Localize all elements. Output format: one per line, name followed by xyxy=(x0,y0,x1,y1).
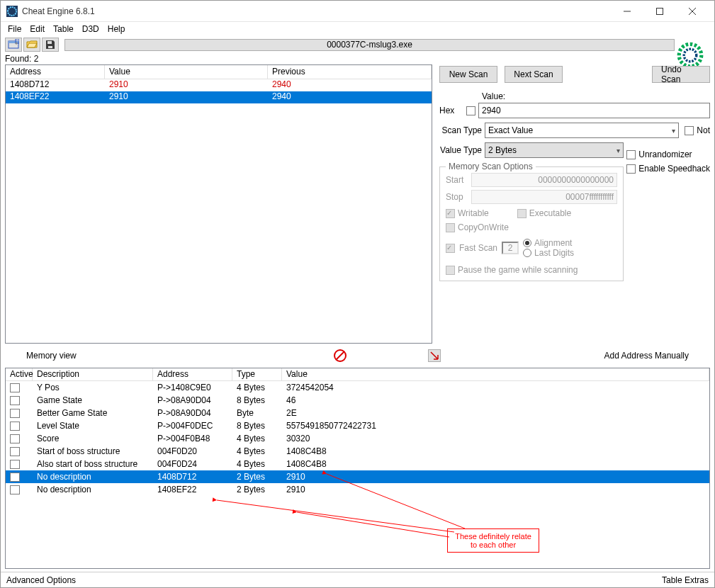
cheat-table[interactable]: Active Description Address Type Value Y … xyxy=(5,368,710,569)
open-process-button[interactable] xyxy=(5,38,22,52)
unrandomizer-checkbox[interactable] xyxy=(626,150,636,159)
svg-point-10 xyxy=(679,44,702,67)
fastscan-checkbox xyxy=(446,244,455,253)
value-label: Value: xyxy=(482,91,710,101)
header-previous[interactable]: Previous xyxy=(268,65,432,79)
value-type-value: 2 Bytes xyxy=(488,145,517,155)
advanced-options[interactable]: Advanced Options xyxy=(6,575,76,585)
alignment-radio xyxy=(523,239,531,247)
undo-scan-button[interactable]: Undo Scan xyxy=(652,66,710,83)
active-checkbox[interactable] xyxy=(10,460,20,469)
fastscan-value xyxy=(502,242,519,254)
menu-file[interactable]: File xyxy=(8,24,21,34)
stop-input: 00007fffffffffff xyxy=(471,190,617,204)
table-extras[interactable]: Table Extras xyxy=(662,575,709,585)
cow-label: CopyOnWrite xyxy=(458,222,509,232)
pause-checkbox xyxy=(446,266,455,275)
memopt-legend: Memory Scan Options xyxy=(446,162,536,171)
table-row[interactable]: Y PosP->1408C9E04 Bytes3724542054 xyxy=(6,381,709,394)
table-row[interactable]: Better Game StateP->08A90D04Byte2E xyxy=(6,407,709,419)
writable-label: Writable xyxy=(458,208,489,218)
scan-value-input[interactable] xyxy=(478,103,710,118)
menu-bar: File Edit Table D3D Help xyxy=(1,22,714,36)
executable-checkbox xyxy=(517,209,527,218)
menu-edit[interactable]: Edit xyxy=(30,24,45,34)
active-checkbox[interactable] xyxy=(10,447,20,456)
header-desc[interactable]: Description xyxy=(33,368,153,380)
header-active[interactable]: Active xyxy=(6,368,33,380)
writable-checkbox xyxy=(446,209,455,218)
found-count: Found: 2 xyxy=(1,53,714,64)
close-button[interactable] xyxy=(676,1,709,22)
cheat-table-header: Active Description Address Type Value xyxy=(6,368,709,381)
result-row[interactable]: 1408D71229102940 xyxy=(6,79,432,91)
table-row[interactable]: Game StateP->08A90D048 Bytes46 xyxy=(6,394,709,407)
not-checkbox[interactable] xyxy=(685,126,694,135)
header-value[interactable]: Value xyxy=(105,65,268,79)
results-header: Address Value Previous xyxy=(6,65,432,79)
open-file-button[interactable] xyxy=(23,38,40,52)
minimize-button[interactable] xyxy=(611,1,643,22)
cow-checkbox xyxy=(446,223,455,232)
hex-checkbox[interactable] xyxy=(466,106,475,115)
header-type[interactable]: Type xyxy=(232,368,282,380)
menu-help[interactable]: Help xyxy=(108,24,125,34)
alignment-label: Alignment xyxy=(534,238,572,248)
svg-rect-2 xyxy=(657,8,663,14)
table-row[interactable]: No description1408EF222 Bytes2910 xyxy=(6,483,709,496)
speedhack-checkbox[interactable] xyxy=(626,164,636,174)
menu-table[interactable]: Table xyxy=(53,24,74,34)
results-table[interactable]: Address Value Previous 1408D712291029401… xyxy=(5,64,432,344)
toolbar: 0000377C-mslug3.exe xyxy=(1,36,714,53)
value-type-select[interactable]: 2 Bytes ▾ xyxy=(485,142,624,158)
process-name[interactable]: 0000377C-mslug3.exe xyxy=(64,39,675,51)
window-titlebar: Cheat Engine 6.8.1 xyxy=(1,1,714,22)
table-row[interactable]: Start of boss structure004F0D204 Bytes14… xyxy=(6,445,709,458)
svg-point-11 xyxy=(684,49,697,62)
active-checkbox[interactable] xyxy=(10,396,20,405)
save-button[interactable] xyxy=(42,38,59,52)
header-addr[interactable]: Address xyxy=(153,368,232,380)
active-checkbox[interactable] xyxy=(10,422,20,431)
active-checkbox[interactable] xyxy=(10,473,20,482)
value-type-label: Value Type xyxy=(439,145,482,155)
active-checkbox[interactable] xyxy=(10,485,20,494)
active-checkbox[interactable] xyxy=(10,409,20,418)
scan-type-label: Scan Type xyxy=(439,125,482,135)
new-scan-button[interactable]: New Scan xyxy=(439,66,497,83)
executable-label: Executable xyxy=(529,208,571,218)
table-row[interactable]: Also start of boss structure004F0D244 By… xyxy=(6,458,709,470)
scan-type-value: Exact Value xyxy=(488,125,533,135)
fastscan-label: Fast Scan xyxy=(459,243,497,253)
chevron-down-icon: ▾ xyxy=(617,147,620,154)
table-row[interactable]: No description1408D7122 Bytes2910 xyxy=(6,470,709,483)
svg-rect-9 xyxy=(48,46,52,48)
menu-d3d[interactable]: D3D xyxy=(82,24,99,34)
svg-line-13 xyxy=(336,351,344,360)
svg-rect-8 xyxy=(47,41,52,44)
hex-label: Hex xyxy=(439,106,461,115)
table-row[interactable]: Level StateP->004F0DEC8 Bytes55754918507… xyxy=(6,419,709,432)
scan-type-select[interactable]: Exact Value ▾ xyxy=(485,123,679,138)
active-checkbox[interactable] xyxy=(10,434,20,443)
next-scan-button[interactable]: Next Scan xyxy=(505,66,563,83)
status-bar: Advanced Options Table Extras xyxy=(1,572,714,587)
pause-label: Pause the game while scanning xyxy=(458,265,578,275)
chevron-down-icon: ▾ xyxy=(672,127,675,135)
header-address[interactable]: Address xyxy=(6,65,105,79)
table-row[interactable]: ScoreP->004F0B484 Bytes30320 xyxy=(6,432,709,445)
header-value[interactable]: Value xyxy=(282,368,709,380)
lastdigits-radio xyxy=(523,249,531,257)
memory-view-button[interactable]: Memory view xyxy=(5,348,98,363)
start-input: 0000000000000000 xyxy=(471,173,617,187)
forbidden-icon xyxy=(333,349,347,363)
start-label: Start xyxy=(446,175,471,185)
add-address-manually-button[interactable]: Add Address Manually xyxy=(583,348,710,363)
unrandomizer-label: Unrandomizer xyxy=(638,149,692,159)
window-title: Cheat Engine 6.8.1 xyxy=(22,6,611,16)
annotation-box: These definitely relate to each other xyxy=(447,528,539,553)
active-checkbox[interactable] xyxy=(10,383,20,392)
add-to-list-button[interactable] xyxy=(428,349,441,362)
maximize-button[interactable] xyxy=(643,1,676,22)
result-row[interactable]: 1408EF2229102940 xyxy=(6,91,432,103)
